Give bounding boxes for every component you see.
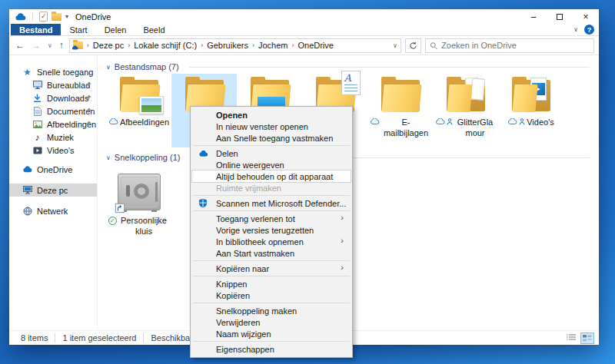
menu-item-vorige-versies-terugzetten[interactable]: Vorige versies terugzetten xyxy=(192,224,351,236)
back-icon[interactable]: ← xyxy=(14,40,26,51)
maximize-icon xyxy=(557,14,563,20)
menu-item-scannen-met-microsoft-defender[interactable]: Scannen met Microsoft Defender... xyxy=(192,197,351,209)
sidebar-item-label: Downloads xyxy=(47,94,88,103)
breadcrumb[interactable]: › Deze pc › Lokale schijf (C:) › Gebruik… xyxy=(69,38,401,53)
tab-bestand[interactable]: Bestand xyxy=(11,24,61,35)
folder-tile-videos[interactable]: ▶ Video's xyxy=(498,74,563,147)
crumb-onedrive[interactable]: OneDrive xyxy=(298,41,333,50)
menu-item-label: Toegang verlenen tot xyxy=(216,214,295,223)
menu-item-label: Verwijderen xyxy=(216,318,260,327)
cloud-status-icon xyxy=(507,118,517,124)
collapse-chevron-icon[interactable]: ∨ xyxy=(106,64,111,71)
menu-separator xyxy=(193,303,350,303)
address-dropdown-chevron-icon[interactable]: ∨ xyxy=(393,42,397,49)
tab-delen[interactable]: Delen xyxy=(96,24,135,35)
photo-thumbnail-icon xyxy=(139,96,164,114)
onedrive-cloud-icon xyxy=(198,148,208,158)
menu-item-delen[interactable]: Delen xyxy=(192,147,351,159)
folder-tile-emailbijlagen[interactable]: E-mailbijlagen xyxy=(367,74,433,147)
menu-item-verwijderen[interactable]: Verwijderen xyxy=(192,316,351,328)
menu-item-label: Snelkoppeling maken xyxy=(216,306,297,316)
ribbon-tab-bar: Bestand Start Delen Beeld ∨ ? xyxy=(9,24,599,36)
large-icons-view-button[interactable] xyxy=(580,333,594,344)
menu-item-in-bibliotheek-opnemen[interactable]: In bibliotheek opnemen› xyxy=(192,236,351,247)
menu-item-label: Kopiëren xyxy=(216,291,250,300)
submenu-chevron-icon: › xyxy=(341,263,344,272)
collapse-chevron-icon[interactable]: ∨ xyxy=(106,154,111,161)
sidebar-item-deze-pc[interactable]: Deze pc xyxy=(9,184,97,197)
up-icon[interactable]: ↑ xyxy=(58,40,65,51)
tab-start[interactable]: Start xyxy=(61,24,95,35)
help-icon[interactable]: ? xyxy=(584,25,594,35)
menu-item-label: Knippen xyxy=(216,280,247,289)
folder-tile-glitterglamour[interactable]: GlitterGlamour xyxy=(433,74,498,147)
menu-item-knippen[interactable]: Knippen xyxy=(192,278,351,290)
sidebar-item-documenten[interactable]: Documenten xyxy=(9,104,97,117)
crumb-separator-icon: › xyxy=(85,41,91,49)
sidebar-item-afbeeldingen[interactable]: Afbeeldingen xyxy=(9,117,97,131)
menu-item-naam-wijzigen[interactable]: Naam wijzigen xyxy=(192,328,351,339)
sidebar-item-label: OneDrive xyxy=(37,165,72,174)
network-icon xyxy=(22,206,32,216)
minimize-button[interactable]: – xyxy=(520,9,547,24)
close-button[interactable]: × xyxy=(573,9,599,24)
maximize-button[interactable] xyxy=(547,9,573,24)
recent-locations-chevron-icon[interactable]: ∨ xyxy=(46,42,54,49)
sidebar-item-onedrive[interactable]: OneDrive xyxy=(9,163,97,176)
cloud-icon xyxy=(22,164,32,174)
menu-item-kopieren[interactable]: Kopiëren xyxy=(192,290,351,301)
tab-beeld[interactable]: Beeld xyxy=(135,24,173,35)
sidebar-item-netwerk[interactable]: Netwerk xyxy=(9,204,97,217)
menu-item-label: In bibliotheek opnemen xyxy=(216,237,304,247)
quick-access-toolbar: ▾ xyxy=(15,12,68,22)
menu-item-ruimte-vrijmaken[interactable]: Ruimte vrijmaken xyxy=(192,182,351,194)
crumb-lokale-schijf[interactable]: Lokale schijf (C:) xyxy=(134,41,197,50)
group-label: Bestandsmap (7) xyxy=(115,62,179,71)
refresh-button[interactable] xyxy=(405,38,421,53)
crumb-jochem[interactable]: Jochem xyxy=(258,41,288,50)
expand-ribbon-chevron-icon[interactable]: ∨ xyxy=(573,27,578,33)
crumb-deze-pc[interactable]: Deze pc xyxy=(93,41,124,50)
sidebar-item-muziek[interactable]: ♪ Muziek xyxy=(9,131,97,144)
folder-tile-afbeeldingen[interactable]: Afbeeldingen xyxy=(106,74,171,147)
document-a-icon xyxy=(341,71,361,95)
menu-item-eigenschappen[interactable]: Eigenschappen xyxy=(192,343,351,355)
navigation-pane: ★ Snelle toegang Bureaublad Downloads Do… xyxy=(9,55,98,330)
pin-icon xyxy=(85,94,91,101)
sidebar-item-bureaublad[interactable]: Bureaublad xyxy=(9,78,97,91)
address-bar: ← → ∨ ↑ › Deze pc › Lokale schijf (C:) ›… xyxy=(9,36,599,55)
search-box[interactable] xyxy=(425,38,594,53)
customize-chevron-icon[interactable]: ▾ xyxy=(65,14,68,20)
desktop-icon xyxy=(32,80,42,90)
menu-item-in-nieuw-venster-openen[interactable]: In nieuw venster openen xyxy=(192,121,351,132)
sidebar-item-downloads[interactable]: Downloads xyxy=(9,91,97,104)
new-folder-icon[interactable] xyxy=(52,13,62,21)
crumb-gebruikers[interactable]: Gebruikers xyxy=(207,41,248,50)
menu-item-label: Altijd behouden op dit apparaat xyxy=(216,172,333,181)
cloud-status-icon xyxy=(435,118,445,124)
sidebar-item-videos[interactable]: Video's xyxy=(9,144,97,157)
separator xyxy=(32,12,33,22)
search-input[interactable] xyxy=(441,41,590,50)
sidebar-item-snelle-toegang[interactable]: ★ Snelle toegang xyxy=(9,65,97,78)
menu-item-label: In nieuw venster openen xyxy=(216,122,308,131)
menu-item-openen[interactable]: Openen xyxy=(192,109,351,121)
menu-separator xyxy=(193,276,350,276)
menu-item-aan-start-vastmaken[interactable]: Aan Start vastmaken xyxy=(192,247,351,259)
menu-item-altijd-behouden-op-dit-apparaat[interactable]: Altijd behouden op dit apparaat xyxy=(192,170,351,182)
menu-item-kopieren-naar[interactable]: Kopiëren naar› xyxy=(192,263,351,274)
cloud-status-icon xyxy=(370,118,380,124)
menu-item-online-weergeven[interactable]: Online weergeven xyxy=(192,159,351,170)
pin-icon xyxy=(85,108,91,114)
menu-separator xyxy=(193,260,350,261)
pictures-icon xyxy=(32,119,42,129)
menu-item-snelkoppeling-maken[interactable]: Snelkoppeling maken xyxy=(192,305,351,316)
menu-item-aan-snelle-toegang-vastmaken[interactable]: Aan Snelle toegang vastmaken xyxy=(192,132,351,144)
menu-item-toegang-verlenen-tot[interactable]: Toegang verlenen tot› xyxy=(192,213,351,224)
status-item-count: 8 items xyxy=(14,333,55,342)
menu-item-label: Eigenschappen xyxy=(216,345,274,354)
forward-icon[interactable]: → xyxy=(30,40,42,51)
details-view-button[interactable] xyxy=(564,333,578,344)
shortcut-tile-persoonlijke-kluis[interactable]: ✓Persoonlijke kluis xyxy=(106,164,171,238)
properties-icon[interactable] xyxy=(39,12,48,22)
